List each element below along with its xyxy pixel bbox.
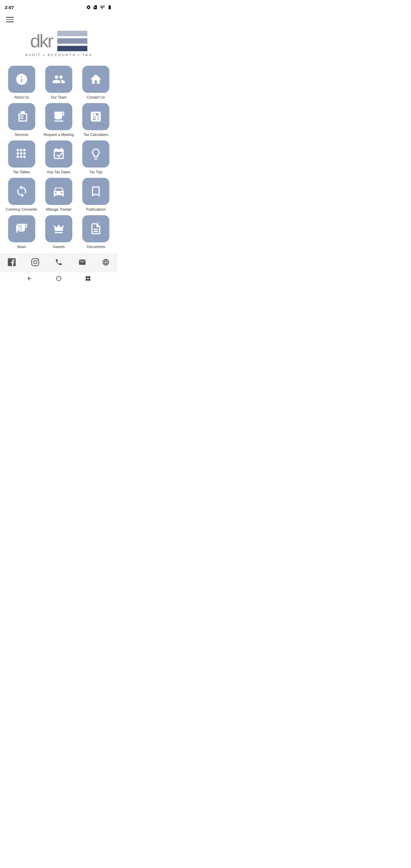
logo-container: dkr [30, 31, 87, 51]
news-icon-box [8, 215, 35, 242]
logo-subtitle: AUDIT ▪ ACCOUNTS ▪ TAX [25, 53, 92, 57]
currency-converter-label: Currency Converter [6, 207, 37, 212]
tax-calculators-icon-box [82, 103, 109, 130]
grid-icon [15, 147, 28, 161]
request-meeting-icon-box [45, 103, 72, 130]
grid-item-about-us[interactable]: About Us [5, 66, 38, 99]
grid-item-services[interactable]: Services [5, 103, 38, 137]
bottom-nav-email[interactable] [70, 258, 94, 266]
home-icon [89, 73, 102, 86]
crown-icon [52, 222, 65, 236]
lightbulb-icon [89, 147, 102, 161]
documents-icon-box [82, 215, 109, 242]
grid-item-publications[interactable]: Publications [79, 178, 113, 212]
facebook-icon [8, 258, 16, 266]
grid-item-key-tax-dates[interactable]: Key Tax Dates [42, 141, 75, 174]
currency-converter-icon-box [8, 178, 35, 205]
status-time: 2:07 [5, 5, 14, 10]
grid-item-tax-tips[interactable]: Tax Tips [79, 141, 113, 174]
key-tax-dates-label: Key Tax Dates [47, 170, 70, 174]
documents-label: Documents [87, 245, 105, 249]
info-icon [15, 73, 28, 86]
logo-dkr-text: dkr [30, 32, 53, 50]
logo-line-3 [57, 46, 87, 51]
logo-line-2 [57, 38, 87, 44]
news-label: News [17, 245, 26, 249]
sim-icon [93, 5, 98, 10]
grid-item-news[interactable]: News [5, 215, 38, 249]
back-button[interactable] [26, 275, 33, 282]
contact-us-label: Contact Us [87, 95, 105, 99]
menu-button[interactable] [5, 16, 15, 24]
tax-tips-label: Tax Tips [89, 170, 102, 174]
grid-item-documents[interactable]: Documents [79, 215, 113, 249]
grid-item-tax-tables[interactable]: Tax Tables [5, 141, 38, 174]
svg-rect-2 [88, 276, 90, 278]
tax-tables-icon-box [8, 141, 35, 167]
newspaper-icon [15, 222, 28, 236]
grid-item-awards[interactable]: Awards [42, 215, 75, 249]
bottom-nav [0, 254, 118, 272]
tax-calculators-label: Tax Calculators [84, 133, 108, 137]
recents-button[interactable] [85, 275, 91, 282]
awards-icon-box [45, 215, 72, 242]
about-us-label: About Us [14, 95, 29, 99]
grid-item-mileage-tracker[interactable]: Mileage Tracker [42, 178, 75, 212]
svg-rect-1 [86, 276, 88, 278]
grid-item-tax-calculators[interactable]: Tax Calculators [79, 103, 113, 137]
wifi-icon [99, 4, 105, 10]
logo-wrapper: dkr AUDIT ▪ ACCOUNTS ▪ TAX [25, 31, 92, 57]
docs-icon [89, 222, 102, 236]
logo-lines [57, 31, 87, 51]
bottom-nav-instagram[interactable] [24, 258, 47, 266]
mileage-tracker-icon-box [45, 178, 72, 205]
bottom-nav-phone[interactable] [47, 258, 70, 266]
logo-line-1 [57, 31, 87, 36]
email-icon [78, 258, 86, 266]
grid-item-contact-us[interactable]: Contact Us [79, 66, 113, 99]
about-us-icon-box [8, 66, 35, 93]
home-button[interactable] [56, 275, 62, 282]
svg-rect-3 [86, 278, 88, 281]
logo-area: dkr AUDIT ▪ ACCOUNTS ▪ TAX [0, 25, 118, 66]
car-icon [52, 185, 65, 198]
tax-tips-icon-box [82, 141, 109, 167]
bottom-nav-website[interactable] [94, 258, 118, 266]
grid-item-currency-converter[interactable]: Currency Converter [5, 178, 38, 212]
publications-icon-box [82, 178, 109, 205]
request-meeting-label: Request a Meeting [44, 133, 74, 137]
key-tax-dates-icon-box [45, 141, 72, 167]
grid-item-our-team[interactable]: Our Team [42, 66, 75, 99]
phone-icon [55, 258, 63, 266]
our-team-label: Our Team [51, 95, 67, 99]
android-nav-bar [0, 272, 118, 285]
bottom-nav-facebook[interactable] [0, 258, 24, 266]
battery-icon [107, 5, 113, 10]
tax-tables-label: Tax Tables [13, 170, 30, 174]
header [0, 13, 118, 25]
globe-icon [102, 258, 110, 266]
services-label: Services [15, 133, 29, 137]
grid-item-request-meeting[interactable]: Request a Meeting [42, 103, 75, 137]
services-icon-box [8, 103, 35, 130]
instagram-icon [31, 258, 39, 266]
coffee-icon [52, 110, 65, 123]
contact-us-icon-box [82, 66, 109, 93]
calculator-icon [89, 110, 102, 123]
svg-rect-4 [88, 278, 90, 281]
briefcase-icon [15, 110, 28, 123]
status-icons [86, 4, 113, 10]
awards-label: Awards [53, 245, 65, 249]
calendar-check-icon [52, 147, 65, 161]
mileage-tracker-label: Mileage Tracker [46, 207, 71, 212]
team-icon [52, 73, 65, 86]
bookmark-icon [89, 185, 102, 198]
our-team-icon-box [45, 66, 72, 93]
status-bar: 2:07 [0, 0, 118, 13]
settings-icon [86, 5, 91, 10]
svg-point-0 [56, 276, 61, 281]
currency-icon [15, 185, 28, 198]
main-grid: About Us Our Team Contact Us Services Re… [0, 66, 118, 254]
publications-label: Publications [86, 207, 106, 212]
